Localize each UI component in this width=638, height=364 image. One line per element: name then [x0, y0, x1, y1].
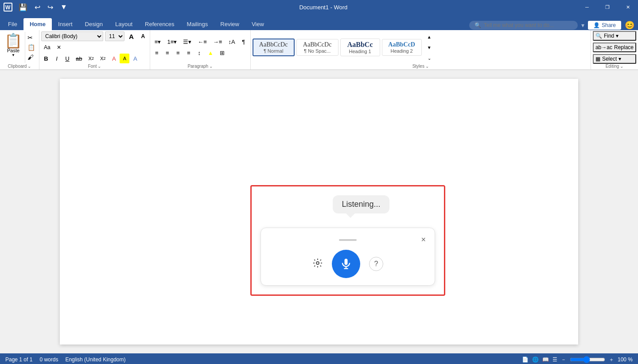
copy-button[interactable]: 📋 — [26, 43, 36, 51]
line-spacing-button[interactable]: ↕ — [195, 48, 204, 58]
superscript-button[interactable]: X2 — [97, 54, 108, 63]
search-input[interactable] — [484, 22, 572, 28]
quick-access-dropdown[interactable]: ▼ — [58, 2, 70, 12]
tab-insert[interactable]: Insert — [52, 18, 79, 30]
shading-button[interactable]: ▲ — [205, 48, 216, 58]
svg-rect-3 — [345, 259, 348, 265]
voice-help-button[interactable]: ? — [369, 257, 383, 271]
paste-label: Paste — [7, 48, 19, 53]
read-mode-icon[interactable]: 📖 — [542, 356, 549, 363]
find-button[interactable]: 🔍 Find ▾ — [593, 31, 636, 41]
strikethrough-button[interactable]: ab — [73, 54, 85, 63]
undo-redo-group: 💾 ↩ ↪ ▼ — [16, 2, 70, 12]
tab-layout[interactable]: Layout — [109, 18, 139, 30]
voice-mic-button[interactable] — [332, 250, 360, 278]
voice-overlay: Listening... × — [250, 185, 445, 296]
page-count: Page 1 of 1 — [5, 356, 32, 363]
styles-group: AaBbCcDc ¶ Normal AaBbCcDc ¶ No Spac... … — [251, 30, 591, 70]
redo-button[interactable]: ↪ — [45, 2, 56, 12]
find-dropdown-icon: ▾ — [616, 33, 619, 39]
word-icon: W — [4, 3, 12, 12]
clear-format-button[interactable]: ✕ — [54, 43, 64, 52]
zoom-out-icon[interactable]: － — [561, 356, 566, 364]
bold-button[interactable]: B — [41, 54, 51, 63]
case-button[interactable]: Aa — [41, 43, 53, 52]
paragraph-group: ≡▾ 1≡▾ ☰▾ ←≡ →≡ ↕A ¶ ≡ ≡ ≡ ≡ ↕ ▲ — [150, 30, 251, 70]
svg-text:W: W — [5, 4, 11, 11]
select-icon: ▦ — [595, 56, 600, 62]
tab-design[interactable]: Design — [79, 18, 109, 30]
window-controls: ─ ❐ ✕ — [577, 0, 638, 14]
font-group: Calibri (Body) 11 A A Aa ✕ B I — [39, 30, 150, 70]
document-area[interactable]: Listening... × — [0, 70, 638, 353]
font-size-select[interactable]: 11 — [105, 31, 124, 41]
borders-button[interactable]: ⊞ — [217, 48, 227, 58]
numbering-button[interactable]: 1≡▾ — [164, 37, 179, 47]
justify-button[interactable]: ≡ — [184, 48, 194, 58]
print-layout-icon[interactable]: 📄 — [522, 356, 529, 363]
italic-button[interactable]: I — [52, 54, 62, 63]
highlight-button[interactable]: A — [120, 54, 129, 63]
font-grow-button[interactable]: A — [126, 31, 136, 41]
style-heading1[interactable]: AaBbCc Heading 1 — [340, 39, 380, 56]
replace-button[interactable]: ab→ac Replace — [593, 43, 636, 52]
language: English (United Kingdom) — [65, 356, 125, 363]
sort-button[interactable]: ↕A — [226, 37, 237, 47]
clipboard-label[interactable]: Clipboard ⌄ — [2, 64, 37, 70]
show-formatting-button[interactable]: ¶ — [239, 37, 249, 47]
bullets-button[interactable]: ≡▾ — [152, 37, 164, 47]
outline-view-icon[interactable]: ☰ — [552, 356, 557, 363]
save-button[interactable]: 💾 — [16, 2, 30, 12]
clipboard-group: 📋 Paste ▼ ✂ 📋 🖌 Clipboard ⌄ — [0, 30, 39, 70]
smiley-icon: 😊 — [625, 20, 634, 30]
voice-controls: ? — [312, 250, 383, 278]
tab-file[interactable]: File — [2, 18, 23, 30]
align-left-button[interactable]: ≡ — [152, 48, 162, 58]
font-label[interactable]: Font ⌄ — [41, 64, 148, 70]
document-page[interactable]: Listening... × — [60, 79, 578, 345]
zoom-level: 100 % — [618, 356, 633, 363]
multilevel-button[interactable]: ☰▾ — [180, 37, 194, 47]
font-name-select[interactable]: Calibri (Body) — [41, 31, 103, 41]
styles-expand[interactable]: ⌄ — [424, 53, 434, 63]
zoom-slider[interactable] — [570, 356, 605, 363]
cut-button[interactable]: ✂ — [26, 34, 36, 42]
styles-label[interactable]: Styles ⌄ — [253, 64, 589, 70]
close-button[interactable]: ✕ — [618, 0, 638, 14]
styles-scroll-up[interactable]: ▲ — [424, 32, 434, 42]
tab-review[interactable]: Review — [214, 18, 245, 30]
font-shrink-button[interactable]: A — [138, 31, 148, 41]
font-color-button[interactable]: A — [109, 54, 119, 63]
paste-button[interactable]: 📋 Paste ▼ — [2, 32, 25, 63]
tab-view[interactable]: View — [245, 18, 270, 30]
style-no-space[interactable]: AaBbCcDc ¶ No Spac... — [296, 39, 338, 56]
share-button[interactable]: 👤 Share — [588, 21, 621, 30]
style-normal[interactable]: AaBbCcDc ¶ Normal — [253, 39, 295, 56]
paragraph-label[interactable]: Paragraph ⌄ — [152, 64, 249, 70]
subscript-button[interactable]: X2 — [86, 54, 96, 63]
underline-button[interactable]: U — [62, 54, 72, 63]
editing-group: 🔍 Find ▾ ab→ac Replace ▦ Select ▾ Edit — [591, 30, 638, 70]
voice-close-button[interactable]: × — [419, 235, 428, 244]
listening-text: Listening... — [342, 200, 380, 209]
format-painter-button[interactable]: 🖌 — [26, 53, 36, 61]
zoom-in-icon[interactable]: ＋ — [609, 356, 614, 364]
align-center-button[interactable]: ≡ — [163, 48, 172, 58]
undo-button[interactable]: ↩ — [32, 2, 43, 12]
web-layout-icon[interactable]: 🌐 — [532, 356, 539, 363]
styles-scroll-down[interactable]: ▼ — [424, 43, 434, 52]
tab-mailings[interactable]: Mailings — [181, 18, 214, 30]
decrease-indent-button[interactable]: ←≡ — [195, 37, 210, 47]
align-right-button[interactable]: ≡ — [173, 48, 183, 58]
tab-references[interactable]: References — [139, 18, 180, 30]
style-heading2[interactable]: AaBbCcD Heading 2 — [382, 39, 422, 56]
tab-home[interactable]: Home — [23, 18, 52, 30]
voice-settings-button[interactable] — [312, 258, 323, 271]
increase-indent-button[interactable]: →≡ — [210, 37, 225, 47]
editing-label[interactable]: Editing ⌄ — [593, 64, 636, 70]
voice-drag-handle[interactable] — [339, 239, 357, 241]
restore-button[interactable]: ❐ — [597, 0, 618, 14]
minimize-button[interactable]: ─ — [577, 0, 597, 14]
text-effect-button[interactable]: A — [130, 54, 140, 63]
select-button[interactable]: ▦ Select ▾ — [593, 54, 636, 64]
